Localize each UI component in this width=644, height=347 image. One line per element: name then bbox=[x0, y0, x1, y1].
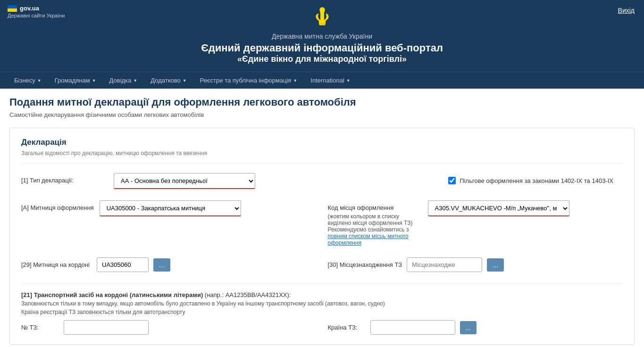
customs-office-label: [А] Митниця оформлення bbox=[21, 200, 94, 211]
transport-number-label: № ТЗ: bbox=[21, 324, 59, 331]
customs-right: Код місця оформлення (жовтим кольором в … bbox=[328, 200, 623, 246]
state-sites-label: Державні сайти України bbox=[8, 13, 65, 18]
header-title-sub: «Єдине вікно для міжнародної торгівлі» bbox=[9, 54, 635, 64]
gov-ua-label: gov.ua bbox=[8, 5, 39, 12]
header-title-main: Єдиний державний інформаційний веб-порта… bbox=[9, 42, 635, 54]
transport-left: № ТЗ: bbox=[21, 320, 317, 335]
declaration-type-label: [1] Тип декларації: bbox=[21, 173, 106, 184]
org-name: Державна митна служба України bbox=[9, 33, 635, 40]
card-subtitle: Загальні відомості про декларацію, митни… bbox=[21, 150, 623, 164]
main-nav: Бізнесу ▼ Громадянам ▼ Довідка ▼ Додатко… bbox=[0, 72, 644, 89]
page-content: Подання митної декларації для оформлення… bbox=[0, 89, 644, 347]
border-left: [29] Митниця на кордоні ... bbox=[21, 257, 317, 272]
transport-row: № ТЗ: Країна ТЗ: ... bbox=[21, 320, 623, 335]
nav-item-dovidka[interactable]: Довідка ▼ bbox=[103, 72, 144, 89]
chevron-down-icon: ▼ bbox=[293, 78, 297, 83]
chevron-down-icon: ▼ bbox=[183, 78, 187, 83]
privilege-label: Пільгове оформлення за законами 1402-IX … bbox=[460, 177, 613, 184]
customs-office-select[interactable]: UA305000 - Закарпатська митниця bbox=[100, 200, 241, 216]
border-location-button[interactable]: ... bbox=[487, 258, 504, 272]
nav-item-registry[interactable]: Реєстри та публічна інформація ▼ bbox=[193, 72, 304, 89]
chevron-down-icon: ▼ bbox=[133, 78, 137, 83]
transport-country-input[interactable] bbox=[370, 320, 455, 335]
chevron-down-icon: ▼ bbox=[37, 78, 42, 83]
declaration-card: Декларація Загальні відомості про деклар… bbox=[9, 128, 635, 345]
logo bbox=[9, 6, 635, 30]
privilege-checkbox-wrap: Пільгове оформлення за законами 1402-IX … bbox=[448, 173, 613, 184]
logout-button[interactable]: Вихід bbox=[618, 7, 635, 14]
trident-icon bbox=[311, 6, 334, 28]
nav-item-gromadyanam[interactable]: Громадянам ▼ bbox=[48, 72, 103, 89]
transport-title: [21] Транспортний засіб на кордоні (лати… bbox=[21, 291, 623, 298]
customs-left: [А] Митниця оформлення UA305000 - Закарп… bbox=[21, 200, 317, 216]
privilege-checkbox[interactable] bbox=[448, 177, 456, 184]
border-customs-label: [29] Митниця на кордоні bbox=[21, 261, 92, 268]
transport-country-label: Країна ТЗ: bbox=[328, 324, 366, 331]
chevron-down-icon: ▼ bbox=[92, 78, 96, 83]
card-title: Декларація bbox=[21, 138, 623, 147]
border-location-label: [30] Місцезнаходження ТЗ bbox=[328, 261, 402, 268]
customs-code-label: Код місця оформлення bbox=[328, 200, 422, 211]
transport-country-button[interactable]: ... bbox=[460, 321, 477, 334]
border-customs-input[interactable] bbox=[97, 257, 149, 272]
transport-section: [21] Транспортний засіб на кордоні (лати… bbox=[21, 283, 623, 335]
ukraine-flag-icon bbox=[8, 5, 17, 12]
border-customs-button[interactable]: ... bbox=[153, 258, 170, 272]
declaration-type-select[interactable]: АА - Основна без попередньої bbox=[114, 173, 255, 189]
transport-note1: Заповнюється тільки в тому випадку, якщо… bbox=[21, 300, 623, 307]
page-subtitle: Самостійне декларування фізичними особам… bbox=[9, 111, 635, 118]
header-top-left: gov.ua Державні сайти України bbox=[8, 5, 65, 18]
border-row: [29] Митниця на кордоні ... [30] Місцезн… bbox=[21, 257, 623, 272]
customs-office-select-wrap: UA305000 - Закарпатська митниця bbox=[100, 200, 241, 216]
declaration-type-select-wrap: АА - Основна без попередньої bbox=[114, 173, 255, 189]
nav-item-biznesu[interactable]: Бізнесу ▼ bbox=[8, 72, 48, 89]
customs-code-note1: (жовтим кольором в списку виділено місця… bbox=[328, 213, 422, 246]
customs-code-select-wrap: А305.VV_MUKACHEVO -М/п „Мукачево", м bbox=[428, 200, 569, 216]
chevron-down-icon: ▼ bbox=[346, 78, 351, 83]
transport-number-input[interactable] bbox=[64, 320, 149, 335]
border-location-input[interactable] bbox=[407, 257, 482, 272]
page-title: Подання митної декларації для оформлення… bbox=[9, 96, 635, 108]
nav-item-dodatkovo[interactable]: Додатково ▼ bbox=[144, 72, 193, 89]
header: gov.ua Державні сайти України Вихід Держ… bbox=[0, 0, 644, 72]
customs-code-select[interactable]: А305.VV_MUKACHEVO -М/п „Мукачево", м bbox=[428, 200, 569, 216]
border-right: [30] Місцезнаходження ТЗ ... bbox=[328, 257, 623, 272]
customs-code-link[interactable]: повним списком місць митного оформлення bbox=[328, 233, 409, 246]
declaration-type-row: [1] Тип декларації: АА - Основна без поп… bbox=[21, 173, 623, 189]
customs-row: [А] Митниця оформлення UA305000 - Закарп… bbox=[21, 200, 623, 246]
nav-item-international[interactable]: International ▼ bbox=[304, 72, 357, 89]
transport-note2: Країна реєстрації ТЗ заповнюється тільки… bbox=[21, 309, 623, 315]
transport-right: Країна ТЗ: ... bbox=[328, 320, 623, 335]
